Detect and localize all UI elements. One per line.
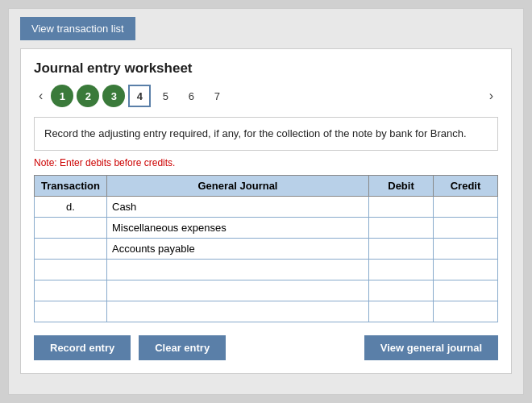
- table-row: Miscellaneous expenses: [35, 217, 498, 238]
- bottom-buttons: Record entry Clear entry View general jo…: [34, 335, 498, 360]
- cell-debit-1[interactable]: [369, 217, 434, 238]
- header-journal: General Journal: [107, 175, 369, 196]
- page-6-button[interactable]: 6: [180, 85, 202, 107]
- table-row: [35, 280, 498, 301]
- card-title: Journal entry worksheet: [34, 60, 498, 77]
- cell-debit-2[interactable]: [369, 238, 434, 259]
- cell-transaction-5: [35, 301, 107, 322]
- instruction-box: Record the adjusting entry required, if …: [34, 117, 498, 151]
- cell-transaction-3: [35, 259, 107, 280]
- table-row: [35, 301, 498, 322]
- cell-debit-4[interactable]: [369, 280, 434, 301]
- cell-debit-5[interactable]: [369, 301, 434, 322]
- view-general-journal-button[interactable]: View general journal: [364, 335, 498, 360]
- table-row: [35, 259, 498, 280]
- header-debit: Debit: [369, 175, 434, 196]
- record-entry-button[interactable]: Record entry: [34, 335, 131, 360]
- view-transaction-list-button[interactable]: View transaction list: [20, 17, 135, 40]
- cell-journal-2[interactable]: Accounts payable: [107, 238, 369, 259]
- cell-journal-0[interactable]: Cash: [107, 196, 369, 217]
- cell-journal-3[interactable]: [107, 259, 369, 280]
- cell-journal-5[interactable]: [107, 301, 369, 322]
- journal-table: Transaction General Journal Debit Credit…: [34, 175, 498, 322]
- table-row: Accounts payable: [35, 238, 498, 259]
- clear-entry-button[interactable]: Clear entry: [139, 335, 226, 360]
- page-1-button[interactable]: 1: [51, 85, 73, 107]
- prev-page-button[interactable]: ‹: [34, 87, 48, 105]
- page-3-button[interactable]: 3: [102, 85, 125, 107]
- cell-credit-1[interactable]: [434, 217, 498, 238]
- cell-transaction-1: [35, 217, 107, 238]
- cell-debit-3[interactable]: [369, 259, 434, 280]
- journal-entry-card: Journal entry worksheet ‹ 1 2 3 4 5 6 7 …: [20, 48, 512, 374]
- page-2-button[interactable]: 2: [77, 85, 99, 107]
- page-7-button[interactable]: 7: [206, 85, 228, 107]
- cell-credit-2[interactable]: [434, 238, 498, 259]
- main-container: View transaction list Journal entry work…: [8, 8, 524, 395]
- cell-journal-1[interactable]: Miscellaneous expenses: [107, 217, 369, 238]
- next-page-button[interactable]: ›: [484, 87, 498, 105]
- note-text: Note: Enter debits before credits.: [34, 157, 498, 168]
- cell-debit-0[interactable]: [369, 196, 434, 217]
- cell-credit-5[interactable]: [434, 301, 498, 322]
- cell-credit-3[interactable]: [434, 259, 498, 280]
- cell-transaction-0: d.: [35, 196, 107, 217]
- instruction-text: Record the adjusting entry required, if …: [44, 127, 467, 139]
- pagination: ‹ 1 2 3 4 5 6 7 ›: [34, 85, 498, 107]
- table-row: d.Cash: [35, 196, 498, 217]
- page-5-button[interactable]: 5: [154, 85, 177, 107]
- header-credit: Credit: [434, 175, 498, 196]
- page-4-active[interactable]: 4: [128, 85, 151, 107]
- cell-transaction-4: [35, 280, 107, 301]
- cell-credit-4[interactable]: [434, 280, 498, 301]
- cell-transaction-2: [35, 238, 107, 259]
- header-transaction: Transaction: [35, 175, 107, 196]
- cell-credit-0[interactable]: [434, 196, 498, 217]
- cell-journal-4[interactable]: [107, 280, 369, 301]
